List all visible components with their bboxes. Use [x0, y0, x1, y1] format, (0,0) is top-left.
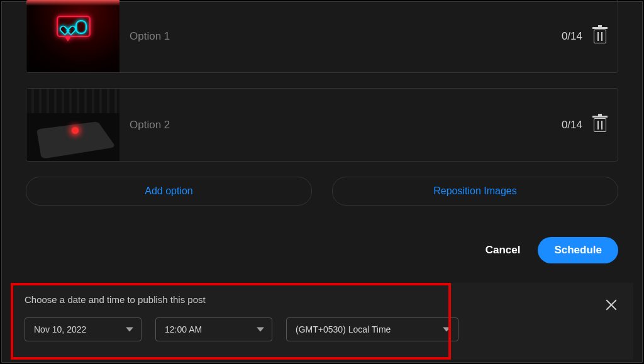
- timezone-value: (GMT+0530) Local Time: [296, 324, 391, 334]
- schedule-button[interactable]: Schedule: [538, 237, 618, 263]
- add-option-button[interactable]: Add option: [26, 177, 312, 206]
- time-value: 12:00 AM: [165, 324, 202, 334]
- schedule-panel-title: Choose a date and time to publish this p…: [25, 294, 619, 305]
- char-counter: 0/14: [562, 119, 582, 131]
- cancel-button[interactable]: Cancel: [486, 244, 521, 256]
- date-value: Nov 10, 2022: [34, 324, 86, 334]
- time-select[interactable]: 12:00 AM: [155, 317, 272, 341]
- chevron-down-icon: [443, 328, 450, 332]
- close-icon[interactable]: [604, 298, 618, 312]
- trash-icon[interactable]: [594, 30, 606, 43]
- option-thumbnail[interactable]: [26, 88, 119, 162]
- schedule-panel: Choose a date and time to publish this p…: [11, 283, 633, 360]
- poll-option-row: Option 1 0/14: [26, 0, 618, 73]
- timezone-select[interactable]: (GMT+0530) Local Time: [286, 317, 458, 341]
- trash-icon[interactable]: [594, 118, 606, 132]
- reposition-images-button[interactable]: Reposition Images: [332, 177, 618, 206]
- chevron-down-icon: [257, 328, 264, 332]
- option-thumbnail[interactable]: [26, 0, 119, 73]
- date-select[interactable]: Nov 10, 2022: [25, 317, 142, 341]
- option-text-input[interactable]: Option 2: [119, 119, 562, 131]
- chevron-down-icon: [126, 328, 133, 332]
- option-text-input[interactable]: Option 1: [119, 30, 562, 43]
- char-counter: 0/14: [562, 30, 582, 43]
- poll-option-row: Option 2 0/14: [26, 88, 618, 162]
